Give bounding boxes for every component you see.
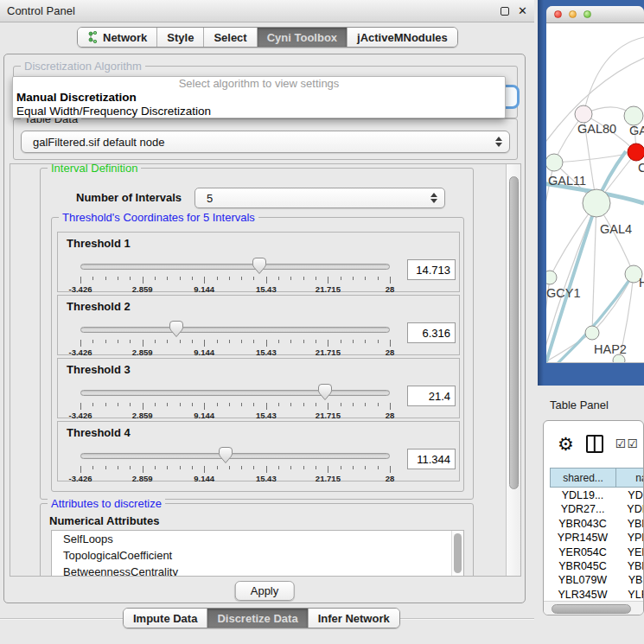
threshold-slider-thumb[interactable] — [218, 446, 233, 464]
threshold-slider-track[interactable] — [80, 453, 390, 459]
tab-discretize-data[interactable]: Discretize Data — [207, 609, 308, 628]
threshold-label: Threshold 3 — [67, 363, 131, 376]
thresholds-title: Threshold's Coordinates for 5 Intervals — [59, 211, 258, 224]
tab-infer-network[interactable]: Infer Network — [309, 609, 399, 628]
cell-shared-name: YDR27... — [550, 502, 615, 516]
minimize-traffic-light-icon[interactable] — [569, 10, 577, 18]
column-header-name[interactable]: na — [615, 468, 644, 488]
number-of-intervals-label: Number of Intervals — [76, 191, 182, 204]
cell-shared-name: YBL079W — [550, 573, 615, 587]
tab-impute-data[interactable]: Impute Data — [124, 609, 207, 628]
threshold-slider-thumb[interactable] — [252, 257, 267, 275]
slider-ticks — [80, 466, 390, 474]
tick-label: -3.426 — [69, 348, 92, 357]
apply-button[interactable]: Apply — [235, 581, 295, 601]
interval-definition-group: Interval Definition Number of Intervals … — [40, 168, 474, 500]
table-data-combo[interactable]: galFiltered.sif default node — [21, 131, 510, 153]
slider-tick-labels: -3.4262.8599.14415.4321.71528 — [80, 284, 390, 294]
tick-label: 15.43 — [256, 411, 277, 420]
attribute-item-selfloops[interactable]: SelfLoops — [52, 531, 463, 547]
threshold-value-field[interactable]: 11.344 — [407, 449, 456, 469]
threshold-slider-track[interactable] — [80, 264, 390, 270]
table-panel: ⚙ ☑☑ shared... na YDL19...YDL1YDR27...YD… — [543, 420, 644, 615]
threshold-value-field[interactable]: 21.4 — [407, 386, 456, 406]
thresholds-group: Threshold's Coordinates for 5 Intervals … — [51, 217, 464, 492]
table-row[interactable]: YBR045CYBR0 — [550, 559, 644, 573]
threshold-slider-track[interactable] — [80, 327, 390, 333]
horizontal-scrollbar[interactable] — [544, 601, 643, 615]
cell-shared-name: YLR345W — [550, 588, 615, 601]
attributes-title: Attributes to discretize — [48, 497, 165, 510]
tab-cyni-toolbox[interactable]: Cyni Toolbox — [258, 28, 348, 47]
network-node-gal4[interactable] — [583, 189, 610, 217]
close-traffic-light-icon[interactable] — [554, 10, 562, 18]
table-row[interactable]: YDR27...YDR2 — [550, 502, 644, 516]
tab-label: Discretize Data — [217, 612, 297, 625]
network-node-gal11[interactable] — [546, 154, 563, 171]
network-node-gcy1[interactable] — [546, 271, 557, 284]
tab-jactivemnodules[interactable]: jActiveMNodules — [348, 28, 457, 47]
control-panel-title: Control Panel — [7, 4, 75, 17]
top-tab-bar: NetworkStyleSelectCyni ToolboxjActiveMNo… — [77, 27, 458, 48]
tick-label: 9.144 — [194, 474, 214, 483]
numerical-attributes-list[interactable]: SelfLoopsTopologicalCoefficientBetweenne… — [51, 530, 464, 577]
tab-select[interactable]: Select — [204, 28, 257, 47]
table-row[interactable]: YBR043CYBR0 — [550, 517, 644, 531]
list-scrollbar[interactable] — [451, 531, 463, 577]
tab-label: Network — [103, 31, 147, 44]
tab-network[interactable]: Network — [78, 28, 157, 47]
table-row[interactable]: YLR345WYLR3 — [550, 588, 644, 601]
attribute-item-betweennesscentrality[interactable]: BetweennessCentrality — [52, 564, 463, 577]
number-of-intervals-combo[interactable]: 5 — [194, 188, 445, 208]
network-node-gal80[interactable] — [575, 105, 592, 123]
tick-label: 21.715 — [316, 411, 341, 420]
tab-label: Impute Data — [133, 612, 197, 625]
close-icon[interactable]: ✕ — [518, 5, 527, 16]
interval-definition-title: Interval Definition — [48, 163, 141, 175]
threshold-slider-track[interactable] — [80, 390, 390, 396]
checkbox-icon[interactable]: ☑☑ — [615, 437, 639, 450]
tick-label: 28 — [386, 474, 395, 483]
tick-label: 2.859 — [132, 284, 153, 294]
list-scrollbar-thumb[interactable] — [454, 533, 462, 573]
threshold-value-field[interactable]: 14.713 — [407, 259, 456, 280]
network-node-label: GA — [629, 124, 644, 137]
threshold-value-field[interactable]: 6.316 — [407, 322, 456, 343]
vertical-scrollbar-thumb[interactable] — [509, 176, 519, 489]
network-icon — [87, 31, 99, 43]
float-window-icon[interactable] — [501, 7, 509, 16]
zoom-traffic-light-icon[interactable] — [583, 10, 591, 18]
horizontal-scrollbar-thumb[interactable] — [552, 604, 631, 614]
network-node-label: GAL11 — [548, 174, 586, 188]
tab-style[interactable]: Style — [157, 28, 204, 47]
cell-shared-name: YER054C — [550, 545, 615, 559]
network-canvas[interactable]: GAL80GACGAL11GAL4GCY1HHAP2 — [546, 23, 644, 362]
columns-icon[interactable] — [586, 435, 603, 453]
table-row[interactable]: YDL19...YDL1 — [550, 488, 644, 502]
cell-name: YDL1 — [615, 488, 644, 502]
attribute-item-topologicalcoefficient[interactable]: TopologicalCoefficient — [52, 547, 463, 564]
slider-ticks — [80, 340, 390, 348]
network-node-c[interactable] — [628, 143, 644, 161]
table-row[interactable]: YPR145WYPR1 — [550, 531, 644, 545]
tab-label: Cyni Toolbox — [267, 31, 337, 44]
table-row[interactable]: YER054CYER0 — [550, 545, 644, 559]
network-node[interactable] — [613, 354, 625, 362]
vertical-scrollbar[interactable] — [506, 164, 520, 576]
tab-label: Style — [167, 31, 194, 44]
bottom-tab-bar: Impute DataDiscretize DataInfer Network — [123, 608, 400, 628]
tick-label: 21.715 — [316, 348, 341, 357]
gear-icon[interactable]: ⚙ — [558, 435, 574, 453]
threshold-slider-thumb[interactable] — [169, 320, 184, 338]
tick-label: 28 — [386, 284, 395, 294]
threshold-slider-thumb[interactable] — [317, 383, 333, 401]
table-row[interactable]: YBL079WYBL0 — [550, 573, 644, 587]
column-header-shared-name[interactable]: shared... — [550, 468, 615, 488]
network-node-ga[interactable] — [624, 106, 643, 125]
threshold-panel-2: Threshold 2-3.4262.8599.14415.4321.71528… — [57, 295, 460, 355]
cell-name: YBR0 — [615, 517, 644, 531]
dropdown-option-equal-width-frequency-discretization[interactable]: Equal Width/Frequency Discretization — [13, 105, 505, 118]
network-node-hap2[interactable] — [585, 326, 599, 340]
dropdown-option-manual-discretization[interactable]: Manual Discretization — [13, 91, 505, 105]
network-node-label: GAL4 — [600, 222, 632, 236]
